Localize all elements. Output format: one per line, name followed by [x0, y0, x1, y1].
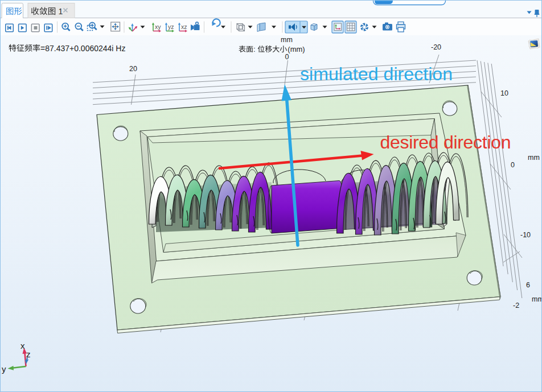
svg-text:1: 1 — [58, 7, 63, 16]
svg-text:-20: -20 — [431, 43, 441, 51]
svg-text:z: z — [26, 349, 31, 359]
svg-text:(mm): (mm) — [288, 45, 305, 53]
svg-text::: : — [253, 45, 256, 53]
svg-text:y: y — [2, 364, 6, 374]
svg-text:0: 0 — [511, 161, 515, 169]
svg-text:simulated direction: simulated direction — [300, 64, 453, 84]
svg-text:20: 20 — [129, 65, 137, 73]
svg-text:x: x — [20, 341, 25, 350]
svg-text:-2: -2 — [513, 302, 519, 310]
svg-text:=87.437+0.0060244i Hz: =87.437+0.0060244i Hz — [40, 44, 125, 53]
svg-text:mm: mm — [528, 154, 540, 162]
svg-text:10: 10 — [500, 89, 508, 97]
svg-text:-10: -10 — [520, 231, 531, 239]
svg-text:desired direction: desired direction — [380, 132, 511, 152]
svg-text:0: 0 — [285, 53, 289, 61]
svg-text:6: 6 — [526, 281, 530, 289]
svg-text:xy: xy — [155, 23, 161, 30]
svg-text:mm: mm — [532, 295, 542, 303]
svg-text:mm: mm — [281, 36, 293, 44]
svg-text:xz: xz — [181, 23, 187, 30]
svg-text:yz: yz — [168, 23, 174, 30]
